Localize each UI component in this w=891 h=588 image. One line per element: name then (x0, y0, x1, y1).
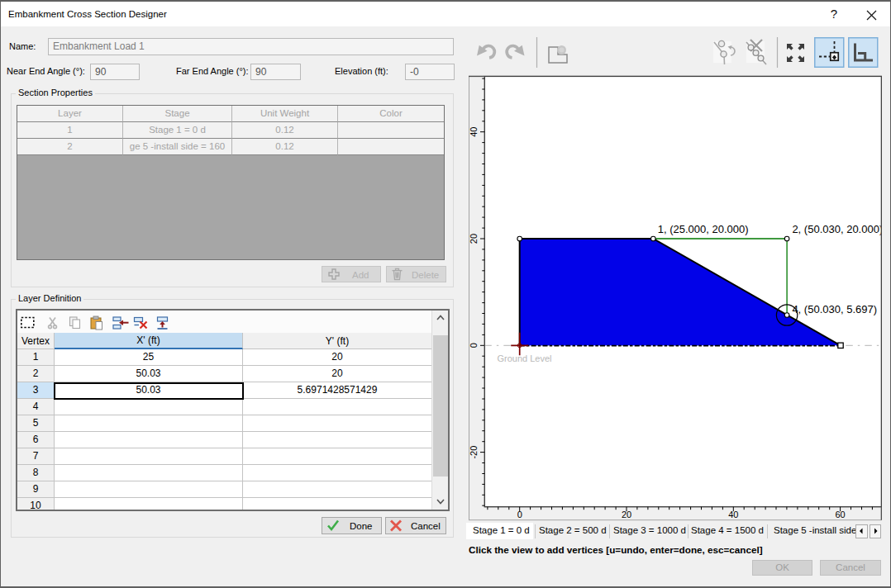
svg-text:40: 40 (728, 510, 738, 519)
svg-text:Ground Level: Ground Level (498, 353, 552, 363)
svg-text:Cancel: Cancel (411, 521, 441, 531)
svg-text:Delete: Delete (412, 270, 439, 280)
svg-text:20: 20 (469, 234, 479, 244)
svg-text:40: 40 (469, 127, 479, 137)
svg-text:2, (50.030, 20.000): 2, (50.030, 20.000) (792, 223, 882, 235)
svg-text:20: 20 (622, 510, 631, 519)
svg-text:Done: Done (350, 521, 373, 531)
svg-text:1, (25.000, 20.000): 1, (25.000, 20.000) (658, 223, 749, 235)
svg-text:-20: -20 (469, 446, 479, 459)
svg-text:0: 0 (469, 343, 479, 348)
svg-text:0: 0 (517, 510, 522, 519)
svg-text:60: 60 (835, 510, 845, 519)
svg-text:4, (50.030, 5.697): 4, (50.030, 5.697) (792, 303, 877, 315)
svg-text:Add: Add (352, 270, 369, 280)
